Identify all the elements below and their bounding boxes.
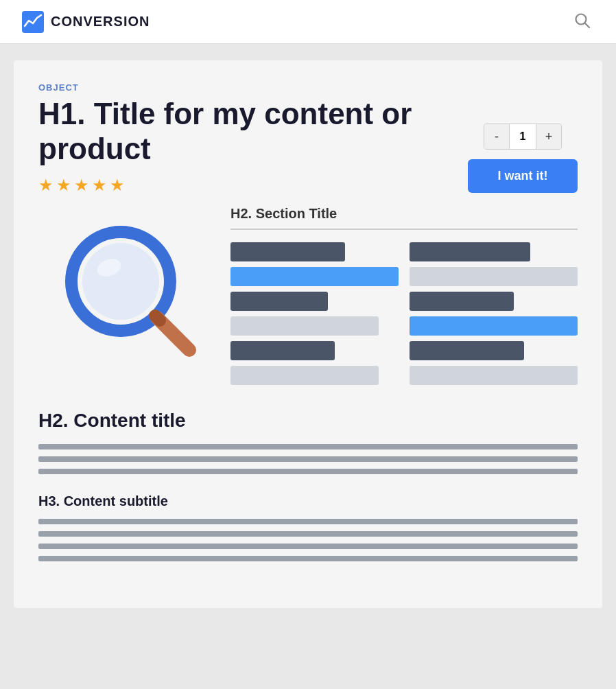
search-button[interactable] <box>571 9 594 34</box>
bar-r4 <box>410 316 578 336</box>
title-area: OBJECT H1. Title for my content or produ… <box>38 82 440 195</box>
star-4: ★ <box>92 176 107 195</box>
text-line <box>38 519 578 524</box>
text-lines-1 <box>38 444 578 474</box>
star-1: ★ <box>38 176 54 195</box>
header: CONVERSION <box>0 0 616 44</box>
content-title: H2. Content title <box>38 410 578 432</box>
quantity-minus-button[interactable]: - <box>484 124 509 149</box>
bar-r1 <box>410 242 530 261</box>
bar-l3 <box>230 292 328 311</box>
logo-icon <box>22 11 44 33</box>
product-title: H1. Title for my content or product <box>38 97 440 166</box>
content-section-2: H3. Content subtitle <box>38 493 578 561</box>
quantity-value: 1 <box>509 124 536 149</box>
top-section: OBJECT H1. Title for my content or produ… <box>38 82 578 195</box>
text-line <box>38 531 578 537</box>
bar-l2 <box>230 267 399 286</box>
bar-l6 <box>230 366 379 385</box>
bar-r2 <box>410 267 578 286</box>
search-icon <box>573 12 591 30</box>
text-line <box>38 556 578 561</box>
star-5: ★ <box>110 176 125 195</box>
object-label: OBJECT <box>38 82 440 93</box>
bar-l1 <box>230 242 345 261</box>
bar-r3 <box>410 292 514 311</box>
content-section-1: H2. Content title <box>38 410 578 474</box>
chart-columns <box>230 242 578 385</box>
chart-area: H2. Section Title <box>230 206 578 385</box>
section1-title: H2. Section Title <box>230 206 578 222</box>
svg-point-4 <box>82 243 159 320</box>
text-line <box>38 456 578 462</box>
text-line <box>38 444 578 449</box>
chart-col-left <box>230 242 399 385</box>
svg-line-2 <box>585 23 590 28</box>
logo-area: CONVERSION <box>22 11 150 33</box>
magnifier-svg <box>49 213 206 377</box>
quantity-control: - 1 + <box>484 124 562 150</box>
quantity-plus-button[interactable]: + <box>536 124 561 149</box>
magnifier-illustration <box>38 206 217 384</box>
bar-r5 <box>410 341 524 360</box>
chart-col-right <box>410 242 578 385</box>
logo-text: CONVERSION <box>51 14 150 30</box>
text-lines-2 <box>38 519 578 561</box>
svg-line-7 <box>155 316 160 320</box>
text-line <box>38 544 578 549</box>
star-2: ★ <box>56 176 71 195</box>
bar-l5 <box>230 341 335 360</box>
middle-section: H2. Section Title <box>38 206 578 385</box>
main-card: OBJECT H1. Title for my content or produ… <box>14 60 602 608</box>
purchase-controls: - 1 + I want it! <box>468 124 578 193</box>
text-line <box>38 469 578 474</box>
cta-button[interactable]: I want it! <box>468 159 578 193</box>
chart-divider <box>230 229 578 230</box>
bar-r6 <box>410 366 578 385</box>
star-3: ★ <box>74 176 89 195</box>
star-rating: ★ ★ ★ ★ ★ <box>38 176 440 195</box>
bar-l4 <box>230 316 379 336</box>
content-subtitle: H3. Content subtitle <box>38 493 578 509</box>
